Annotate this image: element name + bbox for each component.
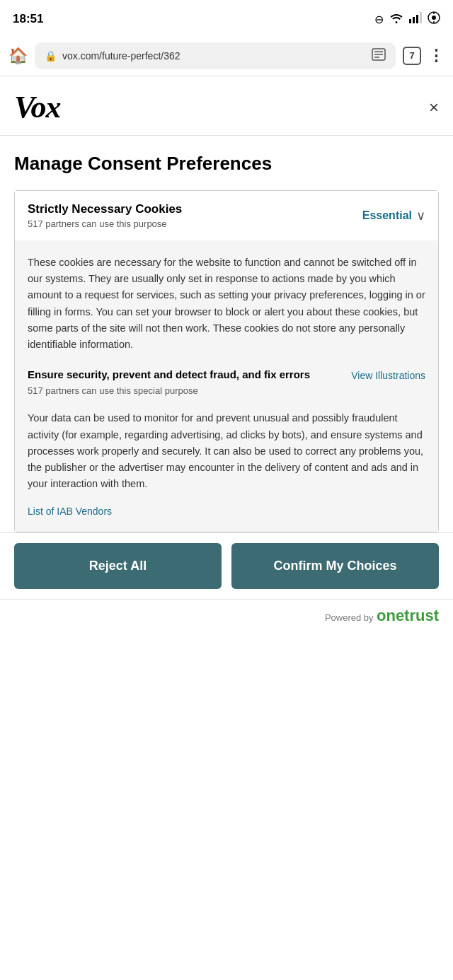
- cookie-section: Strictly Necessary Cookies 517 partners …: [14, 190, 439, 532]
- vox-header: Vox ×: [0, 76, 453, 136]
- lock-icon: 🔒: [45, 50, 57, 62]
- cookie-badge-group: Essential ∨: [362, 208, 425, 223]
- svg-point-5: [432, 16, 436, 20]
- browser-bar: 🏠 🔒 vox.com/future-perfect/362 7 ⋮: [0, 35, 453, 76]
- cookie-title-group: Strictly Necessary Cookies 517 partners …: [28, 202, 362, 229]
- status-bar: 18:51 ⊖: [0, 0, 453, 35]
- consent-container: Manage Consent Preferences Strictly Nece…: [0, 136, 453, 532]
- special-purpose-text: Ensure security, prevent and detect frau…: [28, 367, 344, 397]
- svg-rect-0: [409, 19, 411, 23]
- url-text: vox.com/future-perfect/362: [62, 50, 366, 62]
- iab-vendors-link[interactable]: List of IAB Vendors: [28, 506, 112, 517]
- status-time: 18:51: [13, 12, 43, 26]
- cookie-title: Strictly Necessary Cookies: [28, 202, 362, 216]
- onetrust-footer: Powered by onetrust: [0, 599, 453, 636]
- onetrust-brand: onetrust: [377, 607, 439, 624]
- vox-logo: Vox: [14, 89, 60, 125]
- chevron-down-icon: ∨: [416, 208, 425, 223]
- svg-rect-3: [420, 12, 422, 23]
- tab-count[interactable]: 7: [403, 47, 421, 65]
- cookie-header[interactable]: Strictly Necessary Cookies 517 partners …: [15, 191, 438, 240]
- cookie-subtitle: 517 partners can use this purpose: [28, 218, 362, 229]
- cookie-body: These cookies are necessary for the webs…: [15, 240, 438, 532]
- confirm-choices-button[interactable]: Confirm My Choices: [231, 543, 439, 589]
- status-icons: ⊖: [374, 11, 440, 27]
- browser-menu-icon[interactable]: ⋮: [428, 47, 445, 65]
- special-purpose-subtitle: 517 partners can use this special purpos…: [28, 385, 344, 397]
- wifi-icon: [389, 12, 403, 26]
- powered-by-label: Powered by: [325, 612, 374, 623]
- essential-badge: Essential: [362, 209, 412, 222]
- cookie-description: These cookies are necessary for the webs…: [28, 255, 425, 353]
- home-icon[interactable]: 🏠: [8, 47, 28, 65]
- special-purpose-title: Ensure security, prevent and detect frau…: [28, 367, 344, 382]
- svg-rect-1: [413, 17, 415, 23]
- bottom-buttons: Reject All Confirm My Choices: [0, 532, 453, 599]
- special-purpose-block: Ensure security, prevent and detect frau…: [28, 367, 425, 397]
- main-content: Vox × Manage Consent Preferences Strictl…: [0, 76, 453, 980]
- compass-icon: [428, 11, 440, 27]
- reader-icon: [372, 48, 386, 64]
- minus-icon: ⊖: [374, 13, 384, 26]
- cookie-data-description: Your data can be used to monitor for and…: [28, 410, 425, 492]
- svg-rect-2: [416, 15, 418, 23]
- close-button[interactable]: ×: [429, 98, 439, 117]
- reject-all-button[interactable]: Reject All: [14, 543, 222, 589]
- consent-title: Manage Consent Preferences: [14, 153, 439, 175]
- url-bar[interactable]: 🔒 vox.com/future-perfect/362: [35, 42, 396, 69]
- signal-icon: [409, 12, 422, 26]
- view-illustrations-link[interactable]: View Illustrations: [351, 370, 425, 381]
